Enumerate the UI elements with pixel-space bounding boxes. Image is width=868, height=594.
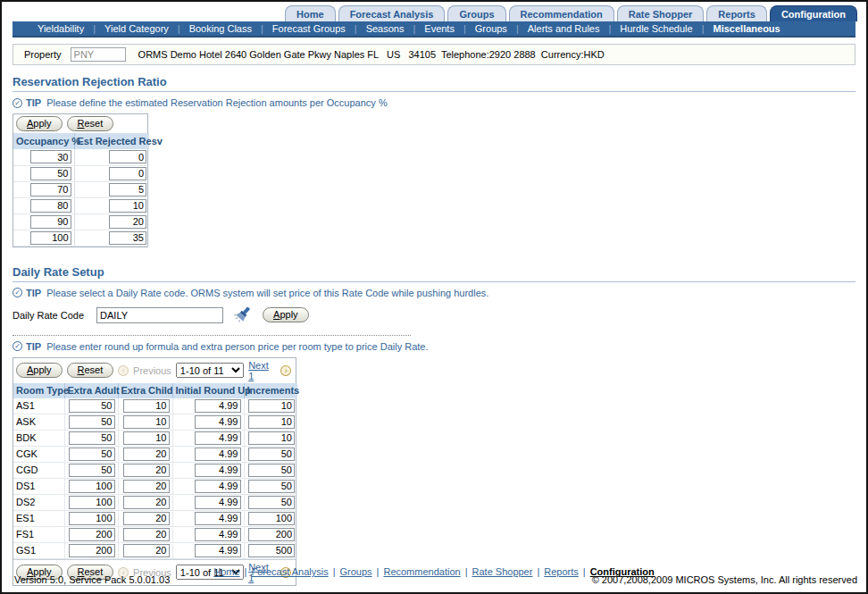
- occupancy-input[interactable]: [30, 150, 71, 163]
- table-cell: [118, 446, 172, 462]
- subnav-item-events[interactable]: Events: [415, 23, 463, 34]
- table-cell: [172, 430, 244, 446]
- tab-forecast-analysis[interactable]: Forecast Analysis: [338, 5, 446, 21]
- increments-input[interactable]: [248, 496, 295, 509]
- extra-child-input[interactable]: [123, 528, 170, 541]
- tab-configuration[interactable]: Configuration: [770, 5, 857, 21]
- table-cell: [64, 542, 118, 558]
- next-page-link[interactable]: Next 1: [248, 360, 276, 381]
- initial-round-up-input[interactable]: [195, 431, 241, 445]
- extra-child-input[interactable]: [123, 544, 170, 557]
- subnav-item-miscellaneous[interactable]: Miscellaneous: [705, 23, 789, 34]
- extra-adult-input[interactable]: [69, 431, 115, 445]
- initial-round-up-input[interactable]: [195, 544, 241, 557]
- subnav-item-hurdle-schedule[interactable]: Hurdle Schedule: [611, 23, 701, 34]
- tab-recommendation[interactable]: Recommendation: [509, 5, 614, 21]
- footer-link-reports[interactable]: Reports: [544, 566, 579, 577]
- extra-child-input[interactable]: [123, 496, 170, 509]
- extra-child-input[interactable]: [123, 464, 170, 477]
- extra-adult-input[interactable]: [69, 448, 115, 461]
- initial-round-up-input[interactable]: [195, 399, 241, 413]
- table-cell: [172, 526, 244, 542]
- increments-input[interactable]: [248, 415, 295, 429]
- tab-rate-shopper[interactable]: Rate Shopper: [617, 5, 705, 21]
- est-rejected-input[interactable]: [109, 231, 146, 245]
- room-type-rate-table: Apply Reset ‹ Previous 1-10 of 11 Next 1…: [13, 357, 296, 586]
- tip-check-icon: ✓: [13, 98, 22, 108]
- table-cell: [118, 398, 172, 414]
- increments-input[interactable]: [248, 528, 295, 541]
- increments-input[interactable]: [248, 448, 295, 461]
- rate-apply-button-top[interactable]: Apply: [16, 363, 63, 378]
- property-info-text: ORMS Demo Hotel 2640 Golden Gate Pkwy Na…: [138, 49, 605, 60]
- subnav-item-groups[interactable]: Groups: [466, 23, 516, 34]
- tab-reports[interactable]: Reports: [706, 5, 767, 21]
- est-rejected-input[interactable]: [109, 150, 146, 163]
- tab-groups[interactable]: Groups: [447, 5, 505, 21]
- subnav-item-forecast-groups[interactable]: Forecast Groups: [263, 23, 355, 34]
- extra-adult-input[interactable]: [69, 464, 115, 477]
- subnav-item-seasons[interactable]: Seasons: [357, 23, 413, 34]
- footer-link-rate-shopper[interactable]: Rate Shopper: [472, 566, 533, 577]
- occupancy-input[interactable]: [30, 199, 71, 213]
- est-rejected-input[interactable]: [109, 215, 146, 229]
- rate-reset-button-top[interactable]: Reset: [67, 363, 114, 378]
- est-rejected-input[interactable]: [109, 183, 146, 197]
- subnav-item-booking-class[interactable]: Booking Class: [180, 23, 261, 34]
- increments-input[interactable]: [248, 399, 295, 413]
- extra-adult-input[interactable]: [69, 544, 115, 557]
- extra-adult-input[interactable]: [69, 415, 115, 429]
- rate-grid: Room Type Extra Adult Extra Child Initia…: [13, 383, 297, 559]
- initial-round-up-input[interactable]: [195, 464, 241, 477]
- column-header-extra-adult: Extra Adult: [64, 383, 118, 398]
- initial-round-up-input[interactable]: [195, 415, 241, 429]
- table-cell: [118, 494, 172, 510]
- table-cell: [64, 462, 118, 478]
- est-rejected-input[interactable]: [109, 199, 146, 213]
- increments-input[interactable]: [248, 431, 295, 445]
- subnav-item-yieldability[interactable]: Yieldability: [29, 23, 93, 34]
- initial-round-up-input[interactable]: [195, 480, 241, 493]
- subnav-item-alerts-and-rules[interactable]: Alerts and Rules: [519, 23, 609, 34]
- initial-round-up-input[interactable]: [195, 496, 241, 509]
- footer-link-groups[interactable]: Groups: [340, 566, 372, 577]
- daily-rate-code-input[interactable]: [96, 307, 223, 323]
- increments-input[interactable]: [248, 544, 295, 557]
- footer-link-home[interactable]: Home: [213, 566, 239, 577]
- occupancy-input[interactable]: [30, 231, 71, 245]
- column-header-occupancy: Occupancy %: [13, 133, 74, 149]
- initial-round-up-input[interactable]: [195, 448, 241, 461]
- increments-input[interactable]: [248, 512, 295, 525]
- extra-child-input[interactable]: [123, 480, 170, 493]
- extra-child-input[interactable]: [123, 512, 170, 525]
- occupancy-input[interactable]: [30, 167, 71, 180]
- extra-child-input[interactable]: [123, 415, 170, 429]
- initial-round-up-input[interactable]: [195, 512, 241, 525]
- extra-child-input[interactable]: [123, 399, 170, 413]
- increments-input[interactable]: [248, 464, 295, 477]
- next-page-icon[interactable]: ›: [280, 365, 291, 376]
- est-rejected-input[interactable]: [109, 167, 146, 180]
- footer-link-forecast-analysis[interactable]: Forecast Analysis: [251, 566, 328, 577]
- pagination-range-select[interactable]: 1-10 of 11: [176, 363, 244, 378]
- daily-rate-apply-button[interactable]: Apply: [263, 307, 309, 322]
- extra-child-input[interactable]: [123, 431, 170, 445]
- rejection-apply-button[interactable]: Apply: [16, 116, 63, 131]
- initial-round-up-input[interactable]: [195, 528, 241, 541]
- increments-input[interactable]: [248, 480, 295, 493]
- occupancy-input[interactable]: [30, 215, 71, 229]
- extra-adult-input[interactable]: [69, 399, 115, 413]
- extra-adult-input[interactable]: [69, 480, 115, 493]
- flashlight-lov-icon[interactable]: [232, 305, 254, 326]
- extra-child-input[interactable]: [123, 448, 170, 461]
- extra-adult-input[interactable]: [69, 512, 115, 525]
- tab-home[interactable]: Home: [285, 5, 336, 21]
- subnav-item-yield-category[interactable]: Yield Category: [96, 23, 178, 34]
- extra-adult-input[interactable]: [69, 496, 115, 509]
- table-cell: [172, 494, 244, 510]
- footer-link-recommendation[interactable]: Recommendation: [383, 566, 460, 577]
- rejection-reset-button[interactable]: Reset: [67, 116, 114, 131]
- occupancy-input[interactable]: [30, 183, 71, 197]
- extra-adult-input[interactable]: [69, 528, 115, 541]
- property-code-input[interactable]: [71, 47, 126, 62]
